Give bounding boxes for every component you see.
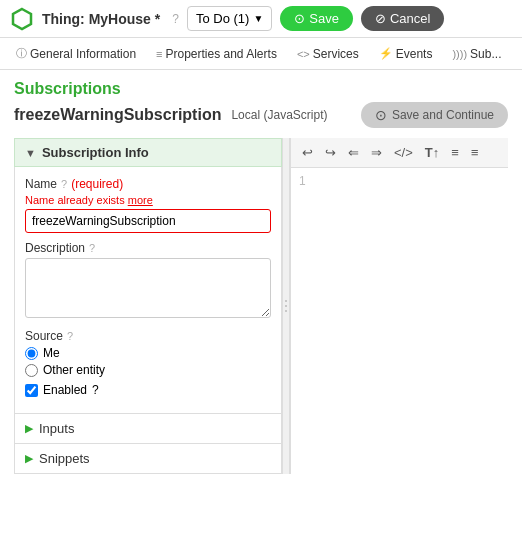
tab-subscriptions[interactable]: )))) Sub... (442, 38, 511, 69)
source-help-icon[interactable]: ? (67, 330, 73, 342)
subscription-header: freezeWarningSubscription Local (JavaScr… (14, 102, 508, 128)
tab-events-label: Events (396, 47, 433, 61)
signal-icon: )))) (452, 48, 467, 60)
code-button[interactable]: </> (389, 142, 418, 163)
source-me-radio[interactable] (25, 347, 38, 360)
divider-dot (285, 310, 287, 312)
line-number: 1 (299, 174, 306, 188)
save-button[interactable]: ⊙ Save (280, 6, 353, 31)
name-error-message: Name already exists more (25, 194, 271, 206)
subscription-info-header[interactable]: ▼ Subscription Info (14, 138, 282, 167)
page-content: Subscriptions freezeWarningSubscription … (0, 70, 522, 480)
editor-toolbar: ↩ ↪ ⇐ ⇒ </> T↑ ≡ ≡ (291, 138, 508, 168)
save-continue-button[interactable]: ⊙ Save and Continue (361, 102, 508, 128)
nav-tabs: ⓘ General Information ≡ Properties and A… (0, 38, 522, 70)
panel-divider[interactable] (282, 138, 290, 474)
tab-general-information[interactable]: ⓘ General Information (6, 38, 146, 69)
name-field-label: Name ? (required) (25, 177, 271, 191)
chevron-right-icon: ▶ (25, 452, 33, 465)
enabled-label: Enabled (43, 383, 87, 397)
page-title: Thing: MyHouse * (42, 11, 160, 27)
description-input[interactable] (25, 258, 271, 318)
undo-button[interactable]: ↩ (297, 142, 318, 163)
svg-marker-0 (13, 9, 31, 29)
tab-subscriptions-label: Sub... (470, 47, 501, 61)
app-header: Thing: MyHouse * ? To Do (1) ▼ ⊙ Save ⊘ … (0, 0, 522, 38)
enabled-help-icon[interactable]: ? (92, 383, 99, 397)
description-field-label: Description ? (25, 241, 271, 255)
error-more-link[interactable]: more (128, 194, 153, 206)
left-panel: ▼ Subscription Info Name ? (required) Na… (14, 138, 282, 474)
code-editor-area[interactable]: 1 (291, 168, 508, 474)
chevron-down-icon: ▼ (25, 147, 36, 159)
app-logo-icon (10, 7, 34, 31)
list-icon: ≡ (156, 48, 162, 60)
subscription-type: Local (JavaScript) (231, 108, 327, 122)
tab-properties-alerts[interactable]: ≡ Properties and Alerts (146, 38, 287, 69)
inputs-collapsible[interactable]: ▶ Inputs (14, 414, 282, 444)
align-left-button[interactable]: ≡ (446, 142, 464, 163)
required-label: (required) (71, 177, 123, 191)
cancel-button[interactable]: ⊘ Cancel (361, 6, 444, 31)
code-icon: <> (297, 48, 310, 60)
lightning-icon: ⚡ (379, 47, 393, 60)
snippets-label: Snippets (39, 451, 90, 466)
indent-button[interactable]: ⇒ (366, 142, 387, 163)
help-icon[interactable]: ? (172, 12, 179, 26)
source-other-radio[interactable] (25, 364, 38, 377)
tab-services-label: Services (313, 47, 359, 61)
subscription-info-body: Name ? (required) Name already exists mo… (14, 167, 282, 414)
save-icon: ⊙ (294, 11, 305, 26)
divider-dot (285, 305, 287, 307)
source-me-option[interactable]: Me (25, 346, 271, 360)
save-continue-label: Save and Continue (392, 108, 494, 122)
todo-label: To Do (1) (196, 11, 249, 26)
main-layout: ▼ Subscription Info Name ? (required) Na… (14, 138, 508, 474)
subscription-name: freezeWarningSubscription (14, 106, 221, 124)
chevron-down-icon: ▼ (253, 13, 263, 24)
cancel-icon: ⊘ (375, 11, 386, 26)
source-radio-group: Me Other entity (25, 346, 271, 377)
enabled-checkbox-item[interactable]: Enabled ? (25, 383, 271, 397)
todo-button[interactable]: To Do (1) ▼ (187, 6, 272, 31)
source-other-option[interactable]: Other entity (25, 363, 271, 377)
snippets-collapsible[interactable]: ▶ Snippets (14, 444, 282, 474)
redo-button[interactable]: ↪ (320, 142, 341, 163)
tab-properties-alerts-label: Properties and Alerts (165, 47, 276, 61)
font-larger-button[interactable]: T↑ (420, 142, 444, 163)
inputs-label: Inputs (39, 421, 74, 436)
enabled-checkbox[interactable] (25, 384, 38, 397)
chevron-right-icon: ▶ (25, 422, 33, 435)
tab-events[interactable]: ⚡ Events (369, 38, 443, 69)
subscription-info-label: Subscription Info (42, 145, 149, 160)
divider-dot (285, 300, 287, 302)
code-editor-panel: ↩ ↪ ⇐ ⇒ </> T↑ ≡ ≡ 1 (290, 138, 508, 474)
circle-icon: ⊙ (375, 107, 387, 123)
outdent-button[interactable]: ⇐ (343, 142, 364, 163)
name-help-icon[interactable]: ? (61, 178, 67, 190)
info-icon: ⓘ (16, 46, 27, 61)
section-title: Subscriptions (14, 80, 508, 98)
align-right-button[interactable]: ≡ (466, 142, 484, 163)
name-input[interactable] (25, 209, 271, 233)
tab-general-information-label: General Information (30, 47, 136, 61)
description-help-icon[interactable]: ? (89, 242, 95, 254)
tab-services[interactable]: <> Services (287, 38, 369, 69)
source-field-label: Source ? (25, 329, 271, 343)
